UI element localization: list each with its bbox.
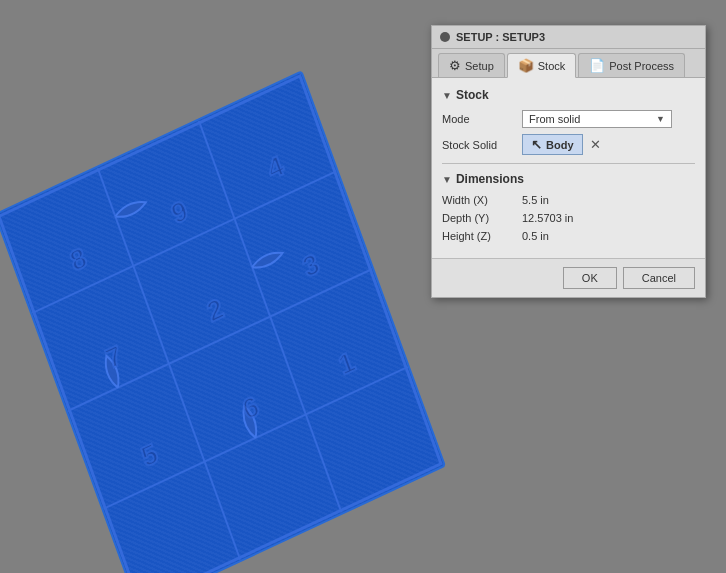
body-button-cursor-icon: ↖ <box>531 137 542 152</box>
stock-section-arrow: ▼ <box>442 90 452 101</box>
stock-solid-controls: ↖ Body ✕ <box>522 134 604 155</box>
height-row: Height (Z) 0.5 in <box>442 230 695 242</box>
height-value: 0.5 in <box>522 230 695 242</box>
tab-setup[interactable]: ⚙ Setup <box>438 53 505 77</box>
svg-text:4: 4 <box>263 149 288 185</box>
width-label: Width (X) <box>442 194 522 206</box>
depth-label: Depth (Y) <box>442 212 522 224</box>
svg-text:2: 2 <box>203 292 228 328</box>
mode-dropdown[interactable]: From solid ▼ <box>522 110 672 128</box>
dimensions-section-header: ▼ Dimensions <box>442 172 695 186</box>
tab-stock[interactable]: 📦 Stock <box>507 53 577 78</box>
mode-label: Mode <box>442 113 522 125</box>
cancel-button[interactable]: Cancel <box>623 267 695 289</box>
dialog-title-text: SETUP : SETUP3 <box>456 31 545 43</box>
tab-postprocess-label: Post Process <box>609 60 674 72</box>
svg-text:1: 1 <box>334 345 359 381</box>
depth-row: Depth (Y) 12.5703 in <box>442 212 695 224</box>
dropdown-arrow-icon: ▼ <box>656 114 665 124</box>
dialog-footer: OK Cancel <box>432 258 705 297</box>
dialog-content: ▼ Stock Mode From solid ▼ Stock Solid ↖ … <box>432 78 705 258</box>
svg-text:5: 5 <box>137 437 162 473</box>
svg-text:7: 7 <box>102 339 127 375</box>
stock-section-title: Stock <box>456 88 489 102</box>
svg-text:6: 6 <box>238 390 263 426</box>
stock-solid-row: Stock Solid ↖ Body ✕ <box>442 134 695 155</box>
svg-text:9: 9 <box>167 194 192 230</box>
mode-dropdown-value: From solid <box>529 113 580 125</box>
stock-tab-icon: 📦 <box>518 58 534 73</box>
svg-text:8: 8 <box>66 241 91 277</box>
height-label: Height (Z) <box>442 230 522 242</box>
body-button-label: Body <box>546 139 574 151</box>
stock-solid-label: Stock Solid <box>442 139 522 151</box>
tab-bar: ⚙ Setup 📦 Stock 📄 Post Process <box>432 49 705 78</box>
mode-row: Mode From solid ▼ <box>442 110 695 128</box>
ok-button[interactable]: OK <box>563 267 617 289</box>
depth-value: 12.5703 in <box>522 212 695 224</box>
dimensions-section-arrow: ▼ <box>442 174 452 185</box>
tab-setup-label: Setup <box>465 60 494 72</box>
dialog-titlebar: SETUP : SETUP3 <box>432 26 705 49</box>
postprocess-tab-icon: 📄 <box>589 58 605 73</box>
dimensions-divider <box>442 163 695 164</box>
svg-text:3: 3 <box>299 247 324 283</box>
width-value: 5.5 in <box>522 194 695 206</box>
setup-tab-icon: ⚙ <box>449 58 461 73</box>
tab-stock-label: Stock <box>538 60 566 72</box>
dialog-title-icon <box>440 32 450 42</box>
stock-section-header: ▼ Stock <box>442 88 695 102</box>
puzzle-3d-object: 8 9 4 7 2 3 5 6 1 <box>0 70 446 573</box>
tab-postprocess[interactable]: 📄 Post Process <box>578 53 685 77</box>
dimensions-section-title: Dimensions <box>456 172 524 186</box>
body-button[interactable]: ↖ Body <box>522 134 583 155</box>
width-row: Width (X) 5.5 in <box>442 194 695 206</box>
clear-stock-solid-button[interactable]: ✕ <box>587 137 604 152</box>
dimensions-section: ▼ Dimensions Width (X) 5.5 in Depth (Y) … <box>442 172 695 242</box>
setup-dialog: SETUP : SETUP3 ⚙ Setup 📦 Stock 📄 Post Pr… <box>431 25 706 298</box>
